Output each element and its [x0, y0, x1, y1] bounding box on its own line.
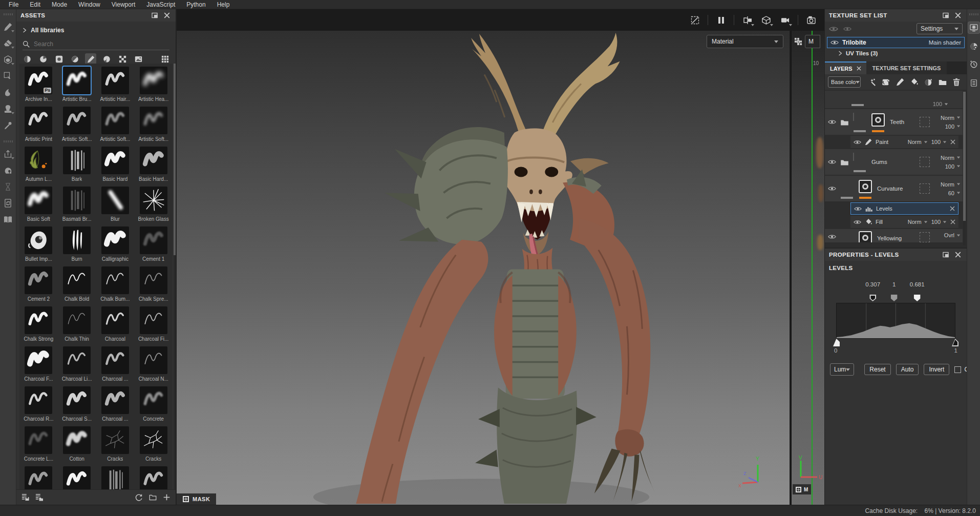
texture-set-info-icon[interactable] — [794, 37, 802, 46]
visibility-icon[interactable] — [854, 220, 861, 224]
layer-row-gums[interactable]: Gums Norm 100 — [825, 149, 963, 175]
levels-mid-handle[interactable] — [891, 295, 898, 301]
brush-tile[interactable]: Concrete L... — [22, 426, 55, 466]
brush-tile[interactable]: Basmati Br... — [60, 187, 94, 226]
material-slot[interactable] — [920, 157, 930, 167]
layer-row-curvature[interactable]: Curvature Norm 60 — [825, 176, 963, 201]
add-resource-icon[interactable] — [163, 493, 171, 501]
stencil-visibility-icon[interactable] — [689, 14, 701, 26]
projection-tool-button[interactable] — [2, 53, 15, 66]
brush-tile[interactable]: Chalk Bum... — [98, 266, 132, 306]
material-slot[interactable] — [920, 232, 930, 242]
menu-item[interactable]: Edit — [24, 0, 46, 9]
blend-mode-dropdown[interactable]: Norm — [908, 139, 928, 145]
texture-set-row[interactable]: Trilobite Main shader — [827, 37, 965, 48]
visibility-icon[interactable] — [828, 119, 836, 125]
brush-tile[interactable]: Charcoal F... — [22, 346, 55, 386]
blend-mode-dropdown[interactable]: Norm — [941, 155, 961, 161]
filter-textures-icon[interactable] — [117, 53, 128, 65]
brush-tile[interactable]: Chalk Thin — [60, 306, 94, 346]
projection-mode-icon[interactable] — [760, 14, 772, 26]
remove-effect-icon[interactable] — [950, 139, 955, 145]
menu-item[interactable]: Mode — [46, 0, 73, 9]
tab-texture-set-settings[interactable]: TEXTURE SET SETTINGS — [866, 61, 947, 74]
material-slot[interactable] — [920, 117, 930, 127]
polygon-fill-tool-button[interactable] — [2, 69, 15, 82]
viewport-uv[interactable]: M 10 V U M — [791, 31, 824, 505]
clamp-checkbox[interactable] — [954, 366, 961, 373]
model-3d[interactable] — [241, 31, 722, 505]
display-settings-button[interactable] — [968, 22, 979, 33]
visibility-icon[interactable] — [854, 207, 862, 211]
brush-tile[interactable]: Concrete — [137, 386, 171, 426]
brush-tile[interactable]: Charcoal ... — [98, 346, 132, 386]
opacity-dropdown[interactable]: 60 — [948, 190, 961, 196]
filter-smart-materials-icon[interactable] — [37, 53, 49, 65]
uv-mask-tab[interactable]: M — [793, 484, 811, 494]
blend-mode-dropdown[interactable]: Norm — [941, 115, 961, 121]
brush-tile[interactable]: Artistic Soft... — [137, 107, 171, 147]
brush-tile[interactable]: Charcoal R... — [22, 386, 55, 426]
brush-tile[interactable]: Charcoal S... — [60, 386, 94, 426]
invert-button[interactable]: Invert — [924, 364, 949, 375]
brush-tile[interactable]: Autumn L... — [22, 147, 55, 187]
brush-tile[interactable]: Chalk Spre... — [137, 266, 171, 306]
shader-label[interactable]: Main shader — [929, 39, 961, 46]
resources-updater-button[interactable] — [2, 196, 15, 210]
brush-tile[interactable]: Charcoal N... — [137, 346, 171, 386]
add-effect-icon[interactable] — [868, 78, 876, 86]
new-folder-icon[interactable] — [149, 493, 157, 501]
assets-scrollbar[interactable] — [174, 64, 176, 489]
brush-tile[interactable]: Cement 2 — [22, 266, 55, 306]
layer-row-fill[interactable]: Fill Norm 100 — [850, 216, 958, 228]
close-icon[interactable] — [857, 66, 861, 71]
paint-tool-button[interactable] — [2, 20, 15, 33]
menu-item[interactable]: Window — [73, 0, 106, 9]
brush-tile[interactable]: Artistic Bru... — [60, 67, 94, 107]
layer-mask-icon[interactable] — [859, 231, 872, 242]
filter-filters-icon[interactable] — [69, 53, 80, 65]
brush-tile[interactable]: Artistic Hair... — [98, 67, 132, 107]
list-export-icon[interactable] — [22, 493, 29, 501]
grid-view-icon[interactable] — [159, 53, 171, 65]
visibility-icon[interactable] — [854, 140, 861, 145]
solo-visibility-icon[interactable] — [843, 26, 851, 32]
brush-tile[interactable] — [98, 466, 132, 489]
screenshot-icon[interactable] — [805, 14, 817, 26]
fill-bucket-icon[interactable] — [910, 78, 918, 86]
mask-thumbnail[interactable] — [853, 113, 854, 121]
opacity-dropdown[interactable]: 100 — [931, 139, 947, 145]
brush-tile[interactable]: Blur — [98, 187, 132, 226]
smudge-tool-button[interactable] — [2, 86, 15, 99]
brush-tile[interactable]: Basic Soft — [22, 187, 55, 226]
layer-mask-icon[interactable] — [871, 113, 885, 127]
add-group-icon[interactable] — [939, 78, 947, 86]
brush-tile[interactable]: Bullet Imp... — [22, 226, 55, 266]
layer-row-paint[interactable]: Paint Norm 100 — [850, 136, 958, 148]
blend-mode-dropdown[interactable]: Norm — [908, 219, 928, 225]
remove-effect-icon[interactable] — [950, 206, 955, 211]
brush-tile[interactable]: Basic Hard... — [137, 147, 171, 187]
material-slot[interactable] — [920, 183, 930, 194]
toolbar-drag-handle[interactable] — [4, 140, 13, 142]
brush-tile[interactable]: Calligraphic — [98, 226, 132, 266]
history-button[interactable] — [968, 59, 979, 70]
smart-material-icon[interactable] — [924, 78, 932, 86]
visibility-icon[interactable] — [828, 186, 836, 191]
mask-thumbnail[interactable] — [853, 153, 854, 161]
output-min-handle[interactable] — [833, 339, 840, 346]
shading-mode-dropdown[interactable]: Material — [707, 35, 783, 48]
refresh-icon[interactable] — [135, 493, 143, 501]
brush-tile[interactable] — [60, 466, 94, 489]
delete-layer-icon[interactable] — [952, 78, 961, 86]
log-button[interactable] — [968, 77, 979, 89]
brush-tile[interactable]: Ps Archive In... — [22, 67, 55, 107]
brush-tile[interactable]: Burn — [60, 226, 94, 266]
eye-icon[interactable] — [830, 40, 839, 45]
add-fill-layer-icon[interactable] — [882, 78, 890, 86]
menu-item[interactable]: Python — [181, 0, 211, 9]
menu-item[interactable]: Help — [211, 0, 236, 9]
brush-tile[interactable]: Charcoal Li... — [60, 346, 94, 386]
close-icon[interactable] — [953, 11, 963, 20]
layer-mask-icon[interactable] — [859, 180, 872, 193]
